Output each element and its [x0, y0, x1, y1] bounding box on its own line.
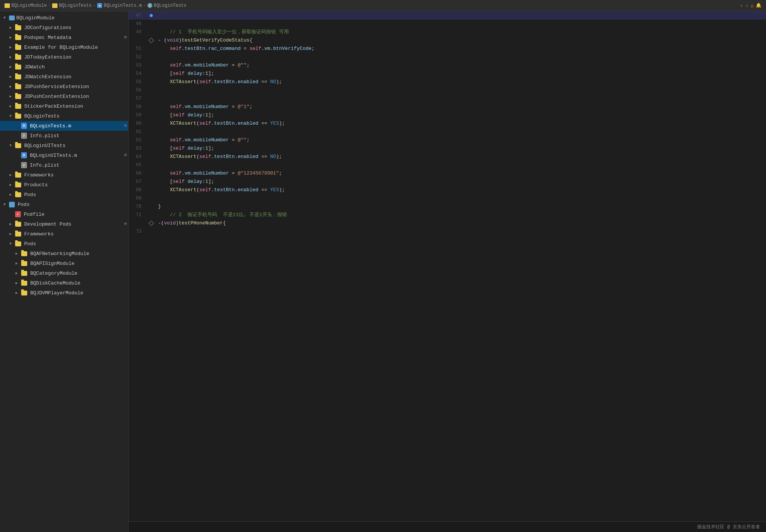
folder-icon-jdwatchext — [15, 74, 21, 79]
sidebar-item-example[interactable]: Example for BQLoginModule — [0, 42, 128, 52]
code-content-area[interactable]: 47 48 49 // 1 手机号码输入至少一位，获取验证码 — [129, 11, 766, 521]
folder-icon-bqapisign — [21, 261, 27, 266]
folder-icon-products — [15, 182, 21, 187]
line-code-59: [self delay:1]; — [155, 111, 766, 119]
sidebar-item-bqloginuitests-folder[interactable]: BQLoginUITests — [0, 141, 128, 150]
code-editor[interactable]: 47 48 49 // 1 手机号码输入至少一位，获取验证码 — [129, 11, 766, 532]
breadcrumb-label-3: BQLoginTests.m — [104, 3, 142, 8]
sidebar-item-jdwatch[interactable]: JDWatch — [0, 62, 128, 72]
sidebar-item-jdconfigurations[interactable]: JDConfigurations — [0, 23, 128, 32]
line-code-50: - (void)testGetVerifyCodeStatus{ — [155, 36, 766, 45]
breadcrumb-item-4[interactable]: C BQLoginTests — [147, 3, 186, 8]
badge-podspec: M — [124, 35, 127, 40]
sidebar-item-podfile[interactable]: P Podfile — [0, 209, 128, 219]
sidebar-item-devpods[interactable]: Development Pods M — [0, 219, 128, 229]
bell-icon[interactable]: 🔔 — [756, 3, 761, 8]
sidebar-label-jdpushservice: JDPushServiceExtension — [24, 84, 89, 90]
sidebar-item-jdpushservice[interactable]: JDPushServiceExtension — [0, 82, 128, 91]
line-num-70: 70 — [129, 203, 147, 211]
tree-arrow-sticker — [8, 103, 14, 109]
right-arrow-icon[interactable]: › — [745, 3, 748, 9]
tree-arrow-bqloginuitests — [8, 142, 14, 148]
sidebar-item-frameworks-2[interactable]: Frameworks — [0, 229, 128, 239]
sidebar-item-bqlogintests-m[interactable]: m BQLoginTests.m M — [0, 121, 128, 131]
line-num-56: 56 — [129, 86, 147, 94]
line-num-64: 64 — [129, 153, 147, 161]
line-num-71: 71 — [129, 211, 147, 219]
line-num-65: 65 — [129, 161, 147, 169]
folder-icon-example — [15, 45, 21, 50]
line-num-73: 73 — [129, 227, 147, 236]
file-icon-infoplist2: p — [21, 162, 27, 168]
sidebar-item-jdtoday[interactable]: JDTodayExtension — [0, 52, 128, 62]
line-code-66: self.vm.mobileNumber = @"12345678901"; — [155, 169, 766, 178]
sidebar-item-pods-2[interactable]: Pods — [0, 239, 128, 249]
line-num-69: 69 — [129, 194, 147, 203]
sidebar-label-devpods: Development Pods — [24, 221, 71, 227]
sidebar-item-pods-root[interactable]: Pods — [0, 200, 128, 209]
sidebar-item-bqdiskcache[interactable]: BQDiskCacheModule — [0, 278, 128, 288]
sidebar-label-podspec: Podspec Metadata — [24, 35, 71, 40]
sidebar-label-bqlogintests-m: BQLoginTests.m — [30, 123, 71, 129]
line-num-58: 58 — [129, 103, 147, 111]
sidebar-label-bqcategory: BQCategoryModule — [30, 271, 78, 276]
breadcrumb-item-3[interactable]: m BQLoginTests.m — [97, 3, 142, 8]
line-code-58: self.vm.mobileNumber = @"1"; — [155, 103, 766, 111]
left-arrow-icon[interactable]: ‹ — [740, 3, 743, 9]
tree-arrow-example — [8, 44, 14, 50]
sidebar-item-sticker[interactable]: StickerPackExtension — [0, 101, 128, 111]
file-icon-bqloginuitests-m: m — [21, 152, 27, 158]
tree-arrow-pods-root — [2, 201, 8, 207]
code-line-55: 55 XCTAssert(self.testBtn.enabled == NO)… — [129, 78, 766, 86]
warning-triangle-icon[interactable]: △ — [751, 3, 754, 8]
sidebar-label-frameworks2: Frameworks — [24, 231, 54, 237]
sidebar-item-bqloginuitests-m[interactable]: m BQLoginUITests.m M — [0, 150, 128, 160]
code-line-47: 47 — [129, 11, 766, 20]
sidebar-label-pods1: Pods — [24, 192, 36, 198]
sidebar-item-jdwatchext[interactable]: JDWatchExtension — [0, 72, 128, 82]
breadcrumb-item-2[interactable]: BQLoginTests — [52, 3, 91, 8]
tree-arrow-jdpushservice — [8, 84, 14, 90]
line-code-71: // 2 验证手机号码 不是11位, 不是1开头，报错 — [155, 211, 766, 219]
sidebar-item-podspec[interactable]: Podspec Metadata M — [0, 32, 128, 42]
tree-arrow-pods1 — [8, 192, 14, 198]
code-line-64: 64 XCTAssert(self.testBtn.enabled == NO)… — [129, 153, 766, 161]
badge-bqlogintests-m: M — [124, 124, 127, 128]
sidebar-item-jdpushcontent[interactable]: JDPushContentExtension — [0, 91, 128, 101]
file-icon-infoplist1: p — [21, 133, 27, 139]
sidebar-item-bqcategory[interactable]: BQCategoryModule — [0, 268, 128, 278]
sidebar-item-bqlogintests-folder[interactable]: BQLoginTests — [0, 111, 128, 121]
breadcrumb-item-1[interactable]: BQLoginModule — [5, 3, 47, 8]
tree-arrow-bqjdvmplayer — [14, 290, 20, 296]
code-line-58: 58 self.vm.mobileNumber = @"1"; — [129, 103, 766, 111]
sidebar-label-jdconfigurations: JDConfigurations — [24, 25, 71, 31]
sidebar-item-products[interactable]: Products — [0, 180, 128, 190]
file-tree-sidebar[interactable]: BQLoginModule JDConfigurations Podspec M… — [0, 11, 129, 532]
code-line-56: 56 — [129, 86, 766, 94]
code-line-68: 68 XCTAssert(self.testBtn.enabled == YES… — [129, 186, 766, 194]
code-line-63: 63 [self delay:1]; — [129, 144, 766, 153]
tree-arrow-pods2 — [8, 241, 14, 247]
line-num-68: 68 — [129, 186, 147, 194]
file-icon-bqlogintests-m: m — [21, 123, 27, 129]
folder-icon-bqloginuitests — [15, 143, 21, 148]
sidebar-label-pods2: Pods — [24, 241, 36, 247]
line-code-55: XCTAssert(self.testBtn.enabled == NO); — [155, 78, 766, 86]
proj-icon-pods — [9, 202, 15, 207]
line-code-64: XCTAssert(self.testBtn.enabled == NO); — [155, 153, 766, 161]
line-indicator-50 — [147, 39, 155, 42]
sidebar-item-frameworks-1[interactable]: Frameworks — [0, 170, 128, 180]
sidebar-item-info-plist-1[interactable]: p Info.plist — [0, 131, 128, 141]
line-num-59: 59 — [129, 111, 147, 119]
sidebar-item-bqloginmodule[interactable]: BQLoginModule — [0, 13, 128, 23]
sidebar-label-bqdiskcache: BQDiskCacheModule — [30, 280, 81, 286]
sidebar-item-bqapisign[interactable]: BQAPISignModule — [0, 258, 128, 268]
sidebar-item-bqafnetworking[interactable]: BQAFNetworkingModule — [0, 249, 128, 258]
blue-dot-47 — [150, 14, 153, 17]
sidebar-item-pods-1[interactable]: Pods — [0, 190, 128, 200]
tree-arrow-devpods — [8, 221, 14, 227]
folder-icon-devpods — [15, 222, 21, 227]
sidebar-item-info-plist-2[interactable]: p Info.plist — [0, 160, 128, 170]
sidebar-label-jdwatch: JDWatch — [24, 64, 45, 70]
sidebar-item-bqjdvmplayer[interactable]: BQJDVMPlayerModule — [0, 288, 128, 298]
